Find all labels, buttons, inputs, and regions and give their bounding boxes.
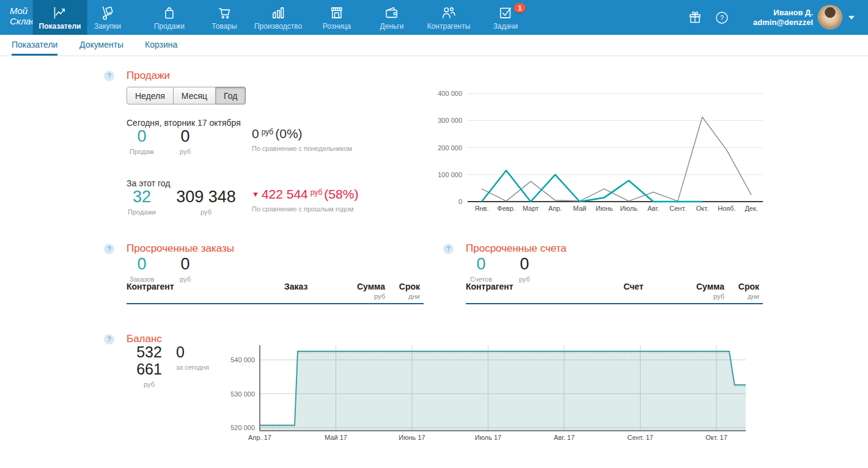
tab-indicators[interactable]: Показатели bbox=[12, 35, 57, 56]
secondary-tabs: Показатели Документы Корзина bbox=[0, 35, 868, 56]
year-amount-label: руб bbox=[168, 208, 244, 216]
nav-label: Закупки bbox=[94, 22, 121, 31]
today-comparison: 0руб(0%) По сравнению с понедельником bbox=[252, 126, 352, 152]
sales-ytick-label: 0 bbox=[458, 198, 462, 205]
invoices-col-counterparty: Контрагент bbox=[466, 282, 513, 291]
task-check-icon bbox=[498, 5, 513, 21]
overdue-orders-count-value: 0 bbox=[124, 255, 160, 272]
today-cmp-label: По сравнению с понедельником bbox=[252, 145, 352, 152]
nav-label: Продажи bbox=[154, 22, 185, 31]
svg-text:?: ? bbox=[720, 14, 724, 21]
nav-item-indicators[interactable]: Показатели bbox=[33, 0, 87, 35]
nav-item-tasks[interactable]: Задачи 1 bbox=[487, 0, 524, 35]
today-amount-value: 0 bbox=[168, 128, 202, 145]
sales-xtick-label: Май bbox=[573, 205, 587, 212]
year-cmp-pct: (58%) bbox=[324, 187, 358, 201]
nav-label: Товары bbox=[211, 22, 237, 31]
people-icon bbox=[441, 5, 457, 21]
today-sales-count: 0 Продаж bbox=[124, 128, 160, 155]
balance-xtick-label: Сент. 17 bbox=[627, 434, 653, 441]
today-count-value: 0 bbox=[124, 128, 160, 145]
invoices-table-rule bbox=[466, 303, 763, 304]
nav-item-goods[interactable]: Товары bbox=[205, 0, 243, 35]
orders-table-rule bbox=[127, 303, 424, 304]
orders-col-counterparty: Контрагент bbox=[127, 282, 174, 291]
shopping-cart-icon bbox=[216, 5, 232, 21]
line-chart-icon bbox=[52, 5, 68, 21]
avatar[interactable] bbox=[818, 5, 842, 29]
sales-xtick-label: Март bbox=[523, 205, 539, 212]
balance-xtick-label: Июль 17 bbox=[475, 434, 501, 441]
balance-xtick-label: Апр. 17 bbox=[248, 434, 271, 441]
moysklad-dashboard: Мой Склад Показатели Закупки bbox=[0, 0, 868, 468]
nav-item-retail[interactable]: Розница bbox=[317, 0, 357, 35]
sales-ytick-label: 300 000 bbox=[438, 117, 462, 124]
app-logo[interactable]: Мой Склад bbox=[10, 5, 36, 26]
bar-chart-icon bbox=[270, 5, 286, 21]
storefront-icon bbox=[329, 5, 345, 21]
sales-xtick-label: Янв. bbox=[475, 205, 489, 212]
nav-label: Деньги bbox=[380, 22, 404, 31]
period-week-button[interactable]: Неделя bbox=[127, 87, 174, 104]
balance-ytick-label: 540 000 bbox=[230, 356, 255, 364]
nav-item-counterparties[interactable]: Контрагенты bbox=[421, 0, 477, 35]
today-heading: Сегодня, вторник 17 октября bbox=[127, 118, 241, 128]
orders-col-sum-sub: руб bbox=[330, 293, 385, 300]
balance-xtick-label: Окт. 17 bbox=[705, 434, 727, 441]
sales-xtick-label: Окт. bbox=[696, 205, 708, 212]
sales-xtick-label: Нояб. bbox=[718, 205, 735, 212]
sales-ytick-label: 100 000 bbox=[438, 171, 462, 178]
overdue-orders-count: 0 Заказов bbox=[124, 255, 160, 283]
overdue-invoices-help-icon[interactable]: ? bbox=[443, 244, 454, 254]
nav-item-money[interactable]: Деньги bbox=[374, 0, 410, 35]
nav-item-production[interactable]: Производство bbox=[248, 0, 308, 35]
year-count-value: 32 bbox=[124, 188, 160, 205]
help-icon[interactable]: ? bbox=[715, 10, 729, 27]
balance-ytick-label: 530 000 bbox=[230, 390, 255, 398]
sales-ytick-label: 200 000 bbox=[438, 144, 462, 152]
shopping-bag-icon bbox=[161, 5, 177, 21]
invoices-col-term: Срок bbox=[730, 282, 759, 291]
orders-col-term-sub: дни bbox=[391, 293, 420, 300]
today-count-label: Продаж bbox=[124, 148, 160, 155]
balance-amount-value: 532 661 bbox=[124, 343, 174, 378]
nav-item-purchases[interactable]: Закупки bbox=[88, 0, 127, 35]
period-month-button[interactable]: Месяц bbox=[174, 87, 216, 104]
logo-line2: Склад bbox=[10, 16, 36, 26]
sales-xtick-label: Апр. bbox=[548, 205, 562, 212]
tab-documents[interactable]: Документы bbox=[79, 35, 123, 56]
overdue-invoices-amount: 0 руб bbox=[506, 255, 543, 283]
sales-help-icon[interactable]: ? bbox=[104, 71, 114, 81]
tab-recyclebin[interactable]: Корзина bbox=[145, 35, 177, 56]
today-sales-amount: 0 руб bbox=[168, 128, 202, 155]
today-amount-label: руб bbox=[168, 148, 202, 155]
overdue-invoices-count: 0 Счетов bbox=[463, 255, 499, 283]
today-cmp-pct: (0%) bbox=[275, 126, 302, 141]
sales-section-title: Продажи bbox=[127, 70, 170, 82]
topbar: Мой Склад Показатели Закупки bbox=[0, 0, 868, 35]
balance-today-label: за сегодня bbox=[176, 364, 213, 371]
invoices-col-invoice: Счет bbox=[623, 282, 644, 291]
overdue-orders-help-icon[interactable]: ? bbox=[104, 244, 114, 254]
balance-xtick-label: Июнь 17 bbox=[399, 434, 425, 441]
user-menu[interactable]: Иванов Д. admin@denzzel bbox=[753, 8, 813, 27]
sales-xtick-label: Июнь bbox=[596, 205, 613, 212]
balance-chart: 540 000530 000520 000Апр. 17Май 17Июнь 1… bbox=[217, 342, 752, 451]
sales-ytick-label: 400 000 bbox=[438, 90, 462, 97]
orders-col-sum: Сумма bbox=[330, 282, 385, 291]
sales-xtick-label: Сент. bbox=[669, 205, 686, 212]
period-year-button[interactable]: Год bbox=[216, 87, 246, 104]
invoices-col-sum: Сумма bbox=[669, 282, 724, 291]
nav-item-sales[interactable]: Продажи bbox=[148, 0, 191, 35]
balance-xtick-label: Май 17 bbox=[325, 434, 347, 441]
user-account: admin@denzzel bbox=[753, 18, 813, 27]
today-cmp-value: 0 bbox=[252, 126, 259, 141]
nav-label: Задачи bbox=[493, 22, 518, 31]
gift-icon[interactable] bbox=[688, 10, 702, 27]
orders-col-term: Срок bbox=[391, 282, 420, 291]
invoices-col-sum-sub: руб bbox=[669, 293, 724, 300]
chevron-down-icon[interactable] bbox=[848, 16, 855, 20]
balance-help-icon[interactable]: ? bbox=[104, 334, 114, 345]
invoices-col-term-sub: дни bbox=[730, 293, 759, 300]
balance-area bbox=[260, 351, 746, 431]
